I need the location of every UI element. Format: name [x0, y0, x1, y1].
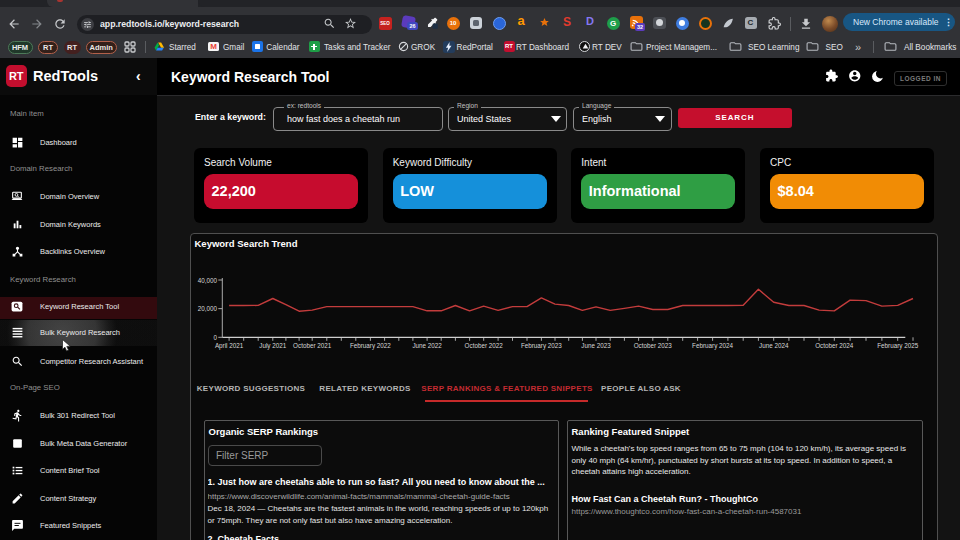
svg-text:February 2025: February 2025: [877, 342, 918, 350]
svg-text:April 2021: April 2021: [215, 342, 244, 350]
svg-text:0: 0: [213, 334, 217, 341]
svg-text:October 2021: October 2021: [293, 342, 332, 349]
svg-text:October 2022: October 2022: [465, 342, 504, 349]
svg-text:February 2024: February 2024: [692, 342, 733, 350]
svg-text:June 2023: June 2023: [581, 342, 611, 349]
svg-text:20,000: 20,000: [198, 305, 218, 312]
svg-text:October 2023: October 2023: [634, 342, 673, 349]
svg-text:June 2024: June 2024: [759, 342, 789, 349]
svg-text:40,000: 40,000: [198, 277, 218, 284]
svg-text:February 2023: February 2023: [521, 342, 562, 350]
svg-text:June 2022: June 2022: [412, 342, 442, 349]
svg-text:July 2021: July 2021: [259, 342, 286, 350]
svg-text:October 2024: October 2024: [815, 342, 854, 349]
svg-text:February 2022: February 2022: [350, 342, 391, 350]
